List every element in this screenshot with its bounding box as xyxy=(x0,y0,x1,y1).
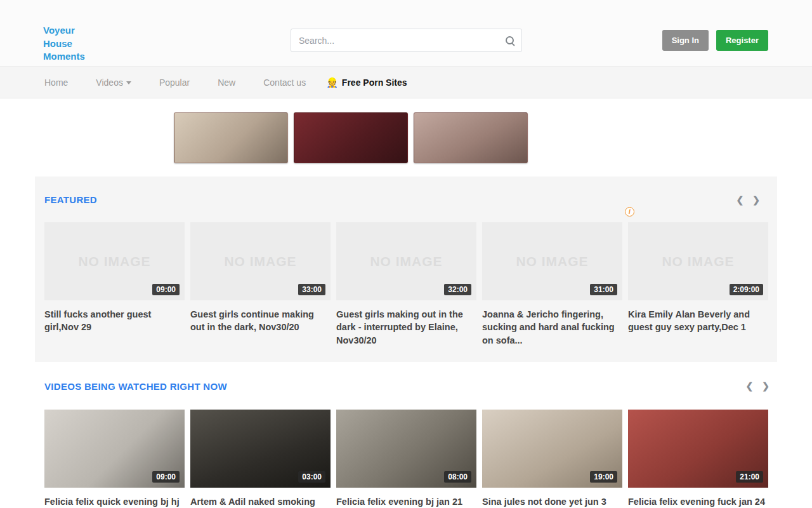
auth-buttons: Sign In Register xyxy=(662,30,768,51)
carousel-prev-icon[interactable]: ❮ xyxy=(737,196,744,204)
watching-section-title: VIDEOS BEING WATCHED RIGHT NOW xyxy=(44,381,227,392)
duration-badge: 32:00 xyxy=(444,284,471,295)
site-header: Voyeur House Moments Sign In Register xyxy=(0,0,812,67)
carousel-next-icon[interactable]: ❯ xyxy=(762,382,769,391)
nav-item-new[interactable]: New xyxy=(218,77,235,88)
duration-badge: 2:09:00 xyxy=(730,284,763,295)
video-thumbnail[interactable]: 08:00 xyxy=(336,410,476,488)
nav-promo-label: Free Porn Sites xyxy=(342,77,407,88)
video-title[interactable]: Guest girls continue making out in the d… xyxy=(190,308,331,334)
featured-section: FEATURED ❮ ❯ NO IMAGE 09:00 Still fucks … xyxy=(35,177,777,362)
video-thumbnail[interactable]: NO IMAGE 09:00 xyxy=(44,222,185,300)
video-thumbnail[interactable]: 03:00 xyxy=(190,410,331,488)
nav-item-contact[interactable]: Contact us xyxy=(263,77,306,88)
site-logo[interactable]: Voyeur House Moments xyxy=(43,24,85,64)
video-thumbnail[interactable]: 09:00 xyxy=(44,410,185,488)
video-card[interactable]: 03:00 Artem & Adil naked smoking break 3… xyxy=(190,410,331,508)
video-card[interactable]: 19:00 Sina jules not done yet jun 3 xyxy=(482,410,622,508)
video-title[interactable]: Kira Emily Alan Beverly and guest guy se… xyxy=(628,308,768,334)
duration-badge: 09:00 xyxy=(152,471,180,483)
ad-thumbnail[interactable] xyxy=(414,112,528,163)
carousel-next-icon[interactable]: ❯ xyxy=(752,196,760,204)
search-bar xyxy=(291,29,522,52)
video-card[interactable]: 21:00 Felicia felix evening fuck jan 24 xyxy=(628,410,768,508)
duration-badge: 19:00 xyxy=(590,471,617,483)
video-title[interactable]: Felicia felix evening fuck jan 24 xyxy=(628,495,768,508)
video-title[interactable]: Guest girls making out in the dark - int… xyxy=(336,308,476,347)
video-title[interactable]: Joanna & Jericho fingering, sucking and … xyxy=(482,308,622,347)
nav-item-home[interactable]: Home xyxy=(44,77,68,88)
video-thumbnail[interactable]: NO IMAGE 33:00 xyxy=(190,222,331,300)
video-thumbnail[interactable]: NO IMAGE 31:00 xyxy=(482,222,622,300)
video-title[interactable]: Felicia felix evening bj jan 21 xyxy=(336,495,476,508)
video-card[interactable]: 08:00 Felicia felix evening bj jan 21 xyxy=(336,410,476,508)
video-thumbnail[interactable]: 21:00 xyxy=(628,410,768,488)
main-nav: Home Videos Popular New Contact us 👷 Fre… xyxy=(0,67,812,98)
watching-cards: 09:00 Felicia felix quick evening bj hj … xyxy=(44,410,768,508)
video-thumbnail[interactable]: NO IMAGE 2:09:00 xyxy=(628,222,768,300)
watching-section: VIDEOS BEING WATCHED RIGHT NOW ❮ ❯ 09:00… xyxy=(44,362,768,508)
video-card[interactable]: 09:00 Felicia felix quick evening bj hj … xyxy=(44,410,185,508)
ad-info-icon[interactable]: i xyxy=(625,207,634,217)
featured-cards: NO IMAGE 09:00 Still fucks another guest… xyxy=(44,222,768,347)
video-title[interactable]: Sina jules not done yet jun 3 xyxy=(482,495,622,508)
video-thumbnail[interactable]: NO IMAGE 32:00 xyxy=(336,222,476,300)
duration-badge: 08:00 xyxy=(444,471,471,483)
duration-badge: 21:00 xyxy=(736,471,763,483)
sign-in-button[interactable]: Sign In xyxy=(662,30,709,51)
featured-section-title: FEATURED xyxy=(44,194,97,205)
duration-badge: 31:00 xyxy=(590,284,617,295)
ad-thumbnail[interactable] xyxy=(294,112,408,163)
ad-thumbnail[interactable] xyxy=(174,112,288,163)
duration-badge: 03:00 xyxy=(298,471,325,483)
chevron-down-icon xyxy=(126,81,131,84)
search-input[interactable] xyxy=(299,36,506,46)
carousel-prev-icon[interactable]: ❮ xyxy=(746,382,754,391)
nav-item-free-porn-sites[interactable]: 👷 Free Porn Sites xyxy=(326,77,407,88)
video-card[interactable]: NO IMAGE 33:00 Guest girls continue maki… xyxy=(190,222,331,347)
nav-item-videos[interactable]: Videos xyxy=(96,77,131,88)
search-icon[interactable] xyxy=(506,36,514,44)
register-button[interactable]: Register xyxy=(716,30,768,51)
duration-badge: 09:00 xyxy=(152,284,180,295)
duration-badge: 33:00 xyxy=(298,284,325,295)
video-title[interactable]: Felicia felix quick evening bj hj nov 4 xyxy=(44,495,185,508)
video-card[interactable]: NO IMAGE 32:00 Guest girls making out in… xyxy=(336,222,476,347)
video-card[interactable]: NO IMAGE 2:09:00 Kira Emily Alan Beverly… xyxy=(628,222,768,347)
video-card[interactable]: NO IMAGE 09:00 Still fucks another guest… xyxy=(44,222,185,347)
video-card[interactable]: NO IMAGE 31:00 Joanna & Jericho fingerin… xyxy=(482,222,622,347)
ad-thumbnails xyxy=(174,112,528,163)
video-title[interactable]: Artem & Adil naked smoking break 3 Aug 2… xyxy=(190,495,331,508)
nav-item-videos-label: Videos xyxy=(96,77,123,88)
ad-banner: i xyxy=(0,98,812,177)
nav-item-popular[interactable]: Popular xyxy=(159,77,190,88)
video-thumbnail[interactable]: 19:00 xyxy=(482,410,622,488)
construction-worker-icon: 👷 xyxy=(326,77,338,88)
video-title[interactable]: Still fucks another guest girl,Nov 29 xyxy=(44,308,185,334)
